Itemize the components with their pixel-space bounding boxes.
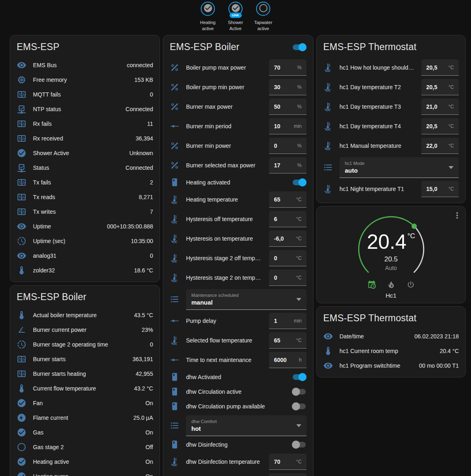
- number-unit: %: [297, 84, 302, 90]
- number-unit: °C: [449, 143, 454, 149]
- entity-row[interactable]: hc1 Program switchtime00 mo 00:00 T1: [317, 358, 465, 373]
- kebab-menu-icon[interactable]: [452, 211, 462, 220]
- number-input[interactable]: 15,0°C: [421, 181, 459, 197]
- select-value: auto: [345, 167, 445, 174]
- number-input[interactable]: 21,0°C: [421, 99, 459, 115]
- card-toggle-switch[interactable]: [292, 43, 307, 51]
- entity-row[interactable]: zolder3218.6 °C: [10, 263, 160, 278]
- number-input[interactable]: 30%: [269, 79, 307, 95]
- entity-row[interactable]: Tx writes7: [10, 204, 160, 219]
- toggle-switch[interactable]: [292, 441, 307, 449]
- number-value: 20,5: [426, 123, 437, 129]
- mode-off-button[interactable]: [406, 280, 415, 289]
- number-input[interactable]: -6,0°C: [269, 230, 307, 247]
- entity-row[interactable]: Rx fails11: [10, 116, 160, 131]
- entity-row[interactable]: StatusConnected: [10, 160, 160, 175]
- toggle-switch[interactable]: [292, 373, 307, 381]
- entity-row[interactable]: FanOn: [10, 396, 160, 410]
- number-value: 65: [274, 337, 280, 344]
- number-input[interactable]: 40°C: [269, 473, 307, 476]
- thermostat-dial[interactable]: 20.4°C 20.5 Auto: [356, 214, 427, 285]
- badge-tapwater-active[interactable]: Tapwater active: [252, 2, 275, 32]
- badge-heating-active[interactable]: Heating active: [196, 2, 220, 32]
- entity-row[interactable]: Actual boiler temperature43.5 °C: [10, 308, 160, 322]
- entity-label: Fan: [33, 400, 145, 406]
- entity-row[interactable]: GasOn: [10, 425, 160, 440]
- entity-row[interactable]: Tx reads8,271: [10, 190, 160, 204]
- number-input[interactable]: 22,0°C: [421, 138, 459, 154]
- dashboard-grid: EMS-ESP EMS BusconnectedFree memory153 K…: [0, 35, 471, 476]
- entity-row[interactable]: Uptime (sec)10:35:00: [10, 234, 160, 248]
- entity-row[interactable]: Tx fails2: [10, 175, 160, 190]
- entity-row: hc1 Day temperature T321,0°C: [317, 97, 465, 116]
- mode-heat-button[interactable]: [387, 280, 396, 289]
- number-input[interactable]: 10min: [269, 118, 307, 134]
- counter-icon: [17, 192, 26, 202]
- entity-row[interactable]: hc1 Current room temp20.4 °C: [317, 344, 465, 358]
- entity-label: Burner max power: [186, 103, 269, 110]
- number-input[interactable]: 20,5°C: [421, 59, 459, 76]
- entity-row[interactable]: Heating pumpOn: [10, 469, 160, 476]
- entity-row[interactable]: Date/time06.02.2023 21:18: [317, 329, 465, 344]
- number-input[interactable]: 20,5°C: [421, 118, 459, 134]
- number-unit: %: [297, 104, 302, 110]
- entity-label: dhw Disinfection temperature: [186, 458, 269, 465]
- entity-value: On: [145, 458, 153, 465]
- number-input[interactable]: 1min: [269, 313, 307, 329]
- number-value: 20,5: [426, 64, 437, 71]
- check-circle-icon: [17, 472, 26, 476]
- entity-row: Burner min period10min: [163, 116, 313, 136]
- toggle-switch[interactable]: [292, 178, 307, 186]
- entity-label: dhw Circulation active: [186, 388, 292, 395]
- entity-row[interactable]: Burner starts363,191: [10, 352, 160, 366]
- entity-row[interactable]: Rx received36,394: [10, 131, 160, 146]
- entity-row[interactable]: Flame current25.0 µA: [10, 410, 160, 425]
- entity-label: hc1 Day temperature T2: [340, 84, 421, 90]
- check-circle-icon: [17, 428, 26, 437]
- entity-row[interactable]: analog310: [10, 248, 160, 263]
- coolant-icon: [170, 253, 180, 263]
- badge-shower-active[interactable]: UNKShower Active: [224, 2, 248, 32]
- number-input[interactable]: 6000h: [269, 352, 307, 368]
- card-thermostat-sensors: EMS-ESP Thermostat Date/time06.02.2023 2…: [316, 306, 466, 377]
- entity-row[interactable]: Current flow temperature43.2 °C: [10, 381, 160, 396]
- select-dropdown[interactable]: Maintenance scheduledmanual: [186, 289, 307, 310]
- entity-row[interactable]: Heating activeOn: [10, 454, 160, 469]
- entity-label: Actual boiler temperature: [33, 312, 134, 318]
- number-input[interactable]: 20,5°C: [421, 79, 459, 95]
- entity-row[interactable]: Uptime000+10:35:00.888: [10, 219, 160, 234]
- eye-icon: [323, 361, 333, 371]
- entity-row[interactable]: Free memory153 KB: [10, 72, 160, 87]
- entity-value: 7: [150, 208, 153, 215]
- entity-row[interactable]: Shower ActiveUnknown: [10, 146, 160, 160]
- number-input[interactable]: 70°C: [269, 454, 307, 470]
- entity-row[interactable]: Burner current power23%: [10, 322, 160, 337]
- mode-auto-button[interactable]: [367, 280, 376, 289]
- entity-row[interactable]: Burner stage 2 operating time0: [10, 337, 160, 352]
- number-input[interactable]: 17%: [269, 157, 307, 173]
- number-input[interactable]: 6°C: [269, 211, 307, 227]
- number-input[interactable]: 50%: [269, 99, 307, 115]
- select-dropdown[interactable]: dhw Comforthot: [186, 415, 307, 436]
- number-input[interactable]: 0%: [269, 138, 307, 154]
- number-input[interactable]: 0°C: [269, 250, 307, 266]
- number-input[interactable]: 70%: [269, 59, 307, 76]
- toggle-switch[interactable]: [292, 402, 307, 410]
- toggle-switch[interactable]: [292, 388, 307, 396]
- entity-label: Time to next maintenance: [186, 357, 269, 363]
- number-input[interactable]: 65°C: [269, 332, 307, 349]
- entity-row[interactable]: NTP statusConnected: [10, 102, 160, 116]
- number-input[interactable]: 0°C: [269, 270, 307, 286]
- entity-value: Connected: [125, 106, 153, 112]
- entity-row: Hysteresis on temperature-6,0°C: [163, 229, 313, 248]
- entity-label: Date/time: [340, 333, 414, 340]
- select-dropdown[interactable]: hc1 Modeauto: [340, 157, 459, 178]
- number-input[interactable]: 65°C: [269, 191, 307, 208]
- entity-row[interactable]: EMS Busconnected: [10, 58, 160, 72]
- entity-row[interactable]: Gas stage 2Off: [10, 440, 160, 454]
- number-value: 22,0: [426, 143, 437, 149]
- entity-row[interactable]: Burner starts heating42,955: [10, 366, 160, 381]
- entity-row[interactable]: MQTT fails0: [10, 87, 160, 102]
- number-value: 70: [274, 64, 280, 71]
- number-value: 6000: [274, 357, 287, 363]
